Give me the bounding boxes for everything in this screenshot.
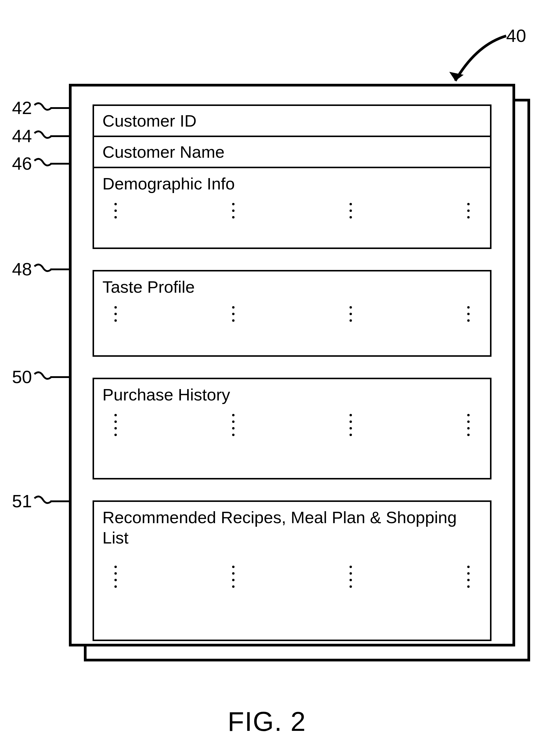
squiggle-icon (34, 102, 52, 114)
ref-48-num: 48 (12, 259, 32, 280)
squiggle-icon (34, 371, 52, 383)
record-card-stack: Customer ID Customer Name Demographic In… (69, 84, 536, 667)
slot-customer-id: Customer ID (92, 104, 492, 137)
squiggle-icon (34, 158, 52, 170)
slot-title: Recommended Recipes, Meal Plan & Shoppin… (102, 507, 482, 547)
figure-caption: FIG. 2 (227, 706, 306, 737)
slot-title: Customer ID (102, 111, 482, 131)
slot-title: Customer Name (102, 142, 482, 162)
ellipsis-dots (102, 203, 482, 218)
slot-taste-profile: Taste Profile (92, 270, 492, 357)
ellipsis-dots (102, 306, 482, 322)
record-card-front: Customer ID Customer Name Demographic In… (69, 84, 515, 646)
ref-51: 51 (12, 491, 54, 511)
squiggle-icon (34, 495, 52, 507)
ellipsis-dots (102, 566, 482, 588)
ref-46-num: 46 (12, 153, 32, 174)
ref-50: 50 (12, 367, 54, 387)
ref-40-num: 40 (506, 25, 526, 46)
slot-demographic-info: Demographic Info (92, 168, 492, 249)
slot-purchase-history: Purchase History (92, 378, 492, 479)
ref-51-num: 51 (12, 491, 32, 511)
ref-44: 44 (12, 126, 54, 146)
slot-customer-name: Customer Name (92, 137, 492, 168)
ref-46: 46 (12, 153, 54, 174)
ellipsis-dots (102, 414, 482, 436)
ref-42: 42 (12, 98, 54, 118)
ref-40: 40 (506, 25, 526, 46)
slot-title: Taste Profile (102, 277, 482, 297)
ref-42-num: 42 (12, 98, 32, 118)
slot-title: Purchase History (102, 385, 482, 405)
squiggle-icon (34, 130, 52, 142)
squiggle-icon (34, 263, 52, 275)
ref-50-num: 50 (12, 367, 32, 387)
slot-recommended: Recommended Recipes, Meal Plan & Shoppin… (92, 500, 492, 641)
ref-48: 48 (12, 259, 54, 280)
slot-title: Demographic Info (102, 174, 482, 194)
ref-44-num: 44 (12, 126, 32, 146)
